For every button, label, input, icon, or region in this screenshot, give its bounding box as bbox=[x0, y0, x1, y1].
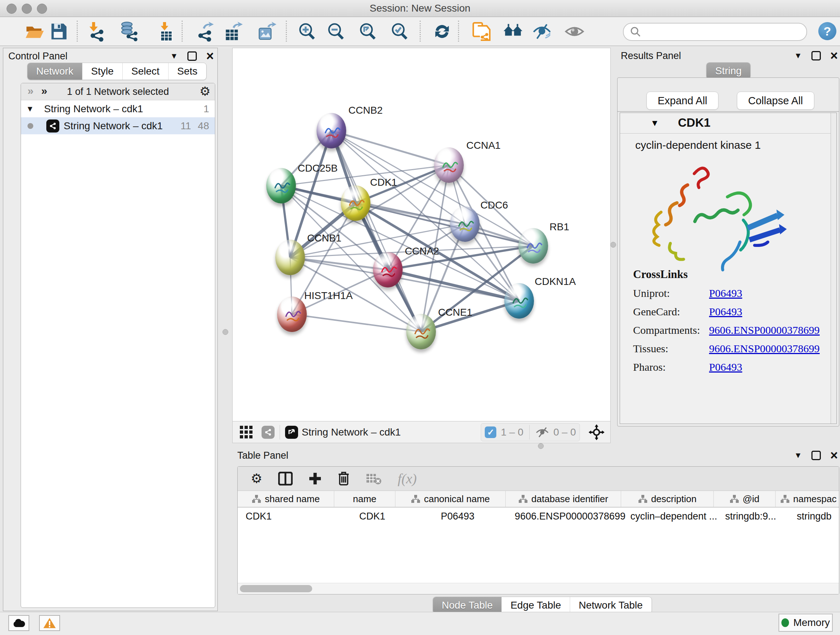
tab-sets[interactable]: Sets bbox=[169, 63, 206, 80]
network-node-CCNE1[interactable] bbox=[406, 314, 436, 349]
save-session-button[interactable] bbox=[47, 20, 70, 43]
home-networks-button[interactable] bbox=[501, 20, 524, 43]
warnings-button[interactable] bbox=[39, 615, 60, 631]
network-node-CDKN1A[interactable] bbox=[504, 283, 534, 318]
table-horizontal-scrollbar[interactable] bbox=[238, 583, 839, 594]
network-options-gear-icon[interactable]: ⚙ bbox=[200, 84, 210, 98]
network-node-RB1[interactable] bbox=[518, 228, 548, 264]
tab-style[interactable]: Style bbox=[82, 63, 123, 80]
function-builder-icon[interactable]: f(x) bbox=[398, 470, 417, 486]
table-cell[interactable]: cyclin–dependent ... bbox=[628, 508, 720, 525]
network-node-CCNA1[interactable] bbox=[434, 147, 464, 183]
tab-node-table[interactable]: Node Table bbox=[433, 597, 502, 614]
network-share-icon[interactable] bbox=[262, 426, 275, 439]
column-header-shared-name[interactable]: shared name bbox=[238, 491, 334, 507]
panel-float-icon[interactable] bbox=[187, 51, 197, 61]
panel-close-icon[interactable]: × bbox=[830, 452, 838, 459]
table-cell[interactable]: CDK1 bbox=[238, 508, 342, 525]
panel-menu-icon[interactable]: ▼ bbox=[794, 451, 802, 460]
panel-menu-icon[interactable]: ▼ bbox=[170, 51, 178, 61]
pan-crosshair-icon[interactable] bbox=[589, 424, 605, 440]
collapse-all-button[interactable]: Collapse All bbox=[737, 92, 814, 110]
network-node-CDC25B[interactable] bbox=[266, 168, 296, 203]
hide-selected-button[interactable] bbox=[531, 20, 554, 43]
tab-network[interactable]: Network bbox=[27, 63, 82, 80]
export-image-button[interactable] bbox=[255, 20, 278, 43]
column-header-database-identifier[interactable]: database identifier bbox=[506, 491, 621, 507]
scrollbar-thumb[interactable] bbox=[240, 585, 312, 592]
splitter-handle[interactable] bbox=[223, 329, 228, 335]
open-in-window-icon[interactable] bbox=[285, 426, 298, 439]
table-cell[interactable]: P06493 bbox=[403, 508, 513, 525]
tab-string[interactable]: String bbox=[706, 63, 750, 79]
crosslink-value[interactable]: 9606.ENSP00000378699 bbox=[709, 342, 820, 355]
selected-checkbox-icon[interactable]: ✓ bbox=[485, 426, 496, 438]
network-collection-row[interactable]: ▼ String Network – cdk1 1 bbox=[21, 100, 215, 117]
zoom-selected-button[interactable] bbox=[388, 20, 411, 43]
string-query-button[interactable] bbox=[470, 20, 493, 43]
search-input[interactable] bbox=[645, 24, 806, 40]
show-columns-icon[interactable] bbox=[278, 472, 293, 486]
crosslink-value[interactable]: 9606.ENSP00000378699 bbox=[709, 324, 820, 336]
network-canvas[interactable]: CCNB2CCNA1CDC25BCDK1CDC6RB1CCNB1CCNA2CDK… bbox=[232, 48, 611, 421]
network-node-CCNA2[interactable] bbox=[373, 252, 403, 287]
zoom-out-button[interactable] bbox=[324, 20, 347, 43]
export-table-button[interactable] bbox=[221, 20, 245, 43]
table-row[interactable]: CDK1CDK1P064939606.ENSP00000378699cyclin… bbox=[238, 508, 839, 525]
tab-network-table[interactable]: Network Table bbox=[570, 597, 652, 614]
network-node-CCNB2[interactable] bbox=[317, 113, 346, 149]
table-cell[interactable]: stringdb:9... bbox=[720, 508, 782, 525]
network-node-CCNB1[interactable] bbox=[275, 240, 305, 275]
panel-menu-icon[interactable]: ▼ bbox=[794, 51, 802, 60]
show-all-button[interactable] bbox=[563, 20, 586, 43]
network-node-HIST1H1A[interactable] bbox=[277, 296, 307, 332]
zoom-in-button[interactable] bbox=[295, 20, 318, 43]
table-panel: Table Panel ▼ × ⚙ f(x) shared namenameca… bbox=[234, 446, 840, 616]
network-node-CDC6[interactable] bbox=[450, 206, 480, 242]
gene-collapse-icon[interactable]: ▼ bbox=[651, 118, 659, 128]
panel-float-icon[interactable] bbox=[812, 451, 821, 460]
help-button[interactable]: ? bbox=[818, 22, 836, 40]
column-header-namespac[interactable]: namespac bbox=[775, 491, 839, 507]
zoom-fit-button[interactable] bbox=[356, 20, 379, 43]
table-cell[interactable]: stringdb bbox=[782, 508, 839, 525]
network-row[interactable]: String Network – cdk1 11 48 bbox=[21, 117, 215, 134]
column-label: canonical name bbox=[424, 494, 490, 505]
gene-header-row[interactable]: ▼ CDK1 bbox=[620, 113, 836, 134]
open-session-button[interactable] bbox=[23, 20, 46, 43]
crosslink-value[interactable]: P06493 bbox=[709, 306, 742, 318]
delete-column-icon[interactable] bbox=[338, 471, 350, 486]
column-label: shared name bbox=[265, 494, 320, 505]
refresh-button[interactable] bbox=[431, 20, 454, 43]
panel-float-icon[interactable] bbox=[812, 51, 821, 60]
tab-select[interactable]: Select bbox=[123, 63, 169, 80]
add-column-icon[interactable] bbox=[309, 472, 322, 485]
results-scrollbar[interactable] bbox=[831, 113, 836, 424]
crosslink-value[interactable]: P06493 bbox=[709, 361, 742, 373]
import-network-database-button[interactable] bbox=[117, 20, 141, 43]
memory-button[interactable]: Memory bbox=[778, 614, 833, 632]
export-network-button[interactable] bbox=[194, 20, 217, 43]
crosslink-value[interactable]: P06493 bbox=[709, 287, 742, 299]
column-header-name[interactable]: name bbox=[334, 491, 395, 507]
search-field[interactable] bbox=[623, 23, 807, 41]
column-header-description[interactable]: description bbox=[621, 491, 714, 507]
birdseye-grid-icon[interactable] bbox=[239, 425, 254, 440]
protein-ribbon-thumb bbox=[344, 191, 366, 217]
collection-expander-icon[interactable]: ▼ bbox=[26, 104, 34, 114]
delete-table-icon[interactable] bbox=[366, 472, 382, 485]
table-options-gear-icon[interactable]: ⚙ bbox=[251, 471, 262, 486]
panel-close-icon[interactable]: × bbox=[830, 52, 838, 59]
table-cell[interactable]: CDK1 bbox=[342, 508, 403, 525]
expand-all-button[interactable]: Expand All bbox=[646, 92, 718, 110]
tab-edge-table[interactable]: Edge Table bbox=[502, 597, 570, 614]
column-header-canonical-name[interactable]: canonical name bbox=[395, 491, 506, 507]
panel-close-icon[interactable]: × bbox=[206, 52, 214, 60]
memory-label: Memory bbox=[793, 617, 830, 629]
import-table-file-button[interactable] bbox=[155, 20, 178, 43]
cloud-status-button[interactable] bbox=[8, 615, 29, 631]
network-node-CDK1[interactable] bbox=[341, 185, 370, 221]
column-header-@id[interactable]: @id bbox=[714, 491, 775, 507]
table-cell[interactable]: 9606.ENSP00000378699 bbox=[513, 508, 628, 525]
import-network-file-button[interactable] bbox=[85, 20, 108, 43]
